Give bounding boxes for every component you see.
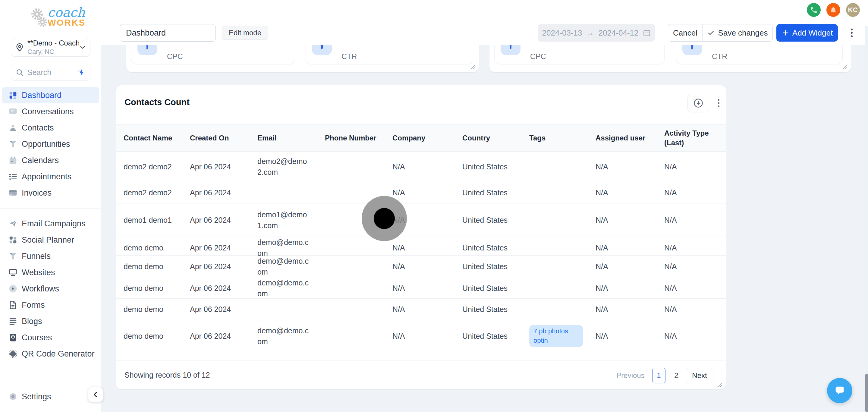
- check-icon: [707, 29, 715, 36]
- sidebar-item-invoices[interactable]: Invoices: [2, 185, 99, 201]
- funnel-badge-icon: [682, 45, 702, 55]
- sidebar-item-social-planner[interactable]: Social Planner: [2, 232, 99, 248]
- scrollbar-track[interactable]: [865, 26, 868, 412]
- scrollbar-thumb[interactable]: [865, 374, 868, 412]
- page-1-button[interactable]: 1: [652, 368, 665, 383]
- top-header: KC: [101, 0, 868, 20]
- table-row[interactable]: demo demo Apr 06 2024 demo@demo.com N/A …: [116, 277, 726, 299]
- cell-contact-name: demo2 demo2: [124, 161, 190, 172]
- previous-label: Previous: [616, 371, 644, 380]
- invoice-icon: [8, 188, 18, 197]
- sidebar-item-dashboard[interactable]: Dashboard: [2, 87, 99, 103]
- tag-badge[interactable]: 7 pb photos optin: [529, 325, 583, 347]
- sidebar-item-email-campaigns[interactable]: Email Campaigns: [2, 216, 99, 232]
- cell-created-on: Apr 06 2024: [190, 304, 257, 315]
- cell-email: demo@demo.com: [257, 256, 325, 278]
- search-input[interactable]: Search: [11, 64, 90, 81]
- sidebar-item-appointments[interactable]: Appointments: [2, 168, 99, 185]
- cell-contact-name: demo1 demo1: [124, 215, 190, 225]
- cell-assigned-user: N/A: [595, 304, 664, 315]
- sidebar-item-websites[interactable]: Websites: [2, 264, 99, 281]
- col-tags: Tags: [529, 133, 595, 143]
- notifications-button[interactable]: [827, 3, 840, 17]
- cell-activity-type: N/A: [664, 283, 718, 293]
- cell-contact-name: demo demo: [124, 283, 190, 293]
- sidebar-item-forms[interactable]: Forms: [2, 297, 99, 313]
- page-2-button[interactable]: 2: [670, 368, 683, 383]
- stat-card-ctr[interactable]: CTR: [306, 45, 473, 64]
- stat-widget-group-1: CPC CTR: [126, 45, 479, 72]
- stat-card-cpc[interactable]: CPC: [494, 45, 664, 64]
- dashboard-name-input[interactable]: [120, 24, 216, 41]
- stat-label: CTR: [712, 52, 727, 61]
- download-button[interactable]: [687, 94, 709, 113]
- funnel-badge-icon: [137, 45, 157, 55]
- book-globe-icon: [8, 333, 18, 342]
- sidebar-item-funnels[interactable]: Funnels: [2, 248, 99, 264]
- cell-contact-name: demo demo: [124, 242, 190, 253]
- stat-label: CPC: [530, 52, 546, 61]
- table-row[interactable]: demo demo Apr 06 2024 demo@demo.com N/A …: [116, 256, 726, 277]
- widget-kebab-button[interactable]: [712, 96, 724, 110]
- resize-handle[interactable]: [467, 62, 475, 71]
- resize-handle[interactable]: [839, 62, 847, 71]
- col-country: Country: [462, 133, 529, 143]
- stat-widget-group-2: CPC CTR: [490, 45, 851, 72]
- add-widget-button[interactable]: Add Widget: [776, 24, 838, 41]
- sidebar-collapse-button[interactable]: [88, 387, 103, 402]
- sidebar-item-blogs[interactable]: Blogs: [2, 313, 99, 329]
- sidebar-item-label: Social Planner: [22, 235, 74, 245]
- sidebar-item-calendars[interactable]: Calendars: [2, 152, 99, 168]
- resize-handle[interactable]: [715, 380, 723, 389]
- sidebar-item-opportunities[interactable]: Opportunities: [2, 136, 99, 152]
- sidebar-item-settings[interactable]: Settings: [2, 388, 99, 405]
- table-row[interactable]: demo demo Apr 06 2024 demo@demo.com N/A …: [116, 320, 726, 352]
- logo-word-works: WORKS: [48, 19, 86, 27]
- sidebar-nav: Dashboard Conversations Contacts Opportu…: [0, 87, 101, 362]
- sidebar-item-contacts[interactable]: Contacts: [2, 120, 99, 136]
- cell-email: demo1@demo1.com: [257, 209, 325, 231]
- cell-country: United States: [462, 187, 529, 198]
- cancel-button[interactable]: Cancel: [668, 24, 703, 41]
- cell-email: demo@demo.com: [257, 277, 325, 299]
- phone-button[interactable]: [807, 3, 821, 17]
- sidebar-item-workflows[interactable]: Workflows: [2, 281, 99, 297]
- sidebar-item-label: Settings: [22, 392, 51, 402]
- col-contact-name: Contact Name: [124, 133, 190, 143]
- previous-page-button[interactable]: Previous: [612, 368, 649, 383]
- sidebar-item-label: Invoices: [22, 188, 52, 198]
- cell-company: N/A: [393, 161, 462, 172]
- stat-card-ctr[interactable]: CTR: [676, 45, 843, 64]
- table-row[interactable]: demo2 demo2 Apr 06 2024 demo2@demo2.com …: [116, 152, 726, 182]
- table-row[interactable]: demo2 demo2 Apr 06 2024 N/A United State…: [116, 182, 726, 203]
- dashboard-toolbar: Edit mode 2024-03-13 → 2024-04-12 Cancel…: [101, 20, 868, 45]
- sidebar-divider: [0, 201, 101, 216]
- stat-card-cpc[interactable]: CPC: [131, 45, 295, 64]
- table-row[interactable]: demo1 demo1 Apr 06 2024 demo1@demo1.com …: [116, 203, 726, 237]
- table-row[interactable]: demo demo Apr 06 2024 N/A United States …: [116, 299, 726, 320]
- cell-assigned-user: N/A: [595, 261, 664, 272]
- sidebar-item-courses[interactable]: Courses: [2, 329, 99, 346]
- col-activity-type: Activity Type (Last): [664, 128, 718, 148]
- location-switcher[interactable]: **Demo - CoachW... Cary, NC: [11, 38, 90, 57]
- date-range-picker[interactable]: 2024-03-13 → 2024-04-12: [538, 24, 655, 41]
- avatar[interactable]: KC: [846, 3, 860, 17]
- table-header: Contact Name Created On Email Phone Numb…: [116, 124, 726, 152]
- cell-assigned-user: N/A: [595, 242, 664, 253]
- cell-activity-type: N/A: [664, 242, 718, 253]
- calendar-icon: [8, 156, 18, 165]
- save-changes-button[interactable]: Save changes: [703, 24, 772, 41]
- cell-assigned-user: N/A: [595, 330, 664, 342]
- bolt-icon[interactable]: [77, 68, 86, 77]
- next-page-button[interactable]: Next: [686, 368, 713, 383]
- col-phone-number: Phone Number: [325, 133, 393, 143]
- toolbar-kebab-button[interactable]: [845, 26, 858, 39]
- table-row[interactable]: demo demo Apr 06 2024 demo@demo.com N/A …: [116, 237, 726, 256]
- chat-launcher-button[interactable]: [827, 378, 852, 403]
- cell-country: United States: [462, 283, 529, 293]
- sidebar-item-conversations[interactable]: Conversations: [2, 103, 99, 120]
- map-pin-icon: [15, 42, 24, 52]
- sidebar-item-qr-code-generator[interactable]: QR Code Generator: [2, 346, 99, 362]
- sidebar-item-label: Email Campaigns: [22, 219, 86, 228]
- chevron-left-icon: [92, 390, 99, 399]
